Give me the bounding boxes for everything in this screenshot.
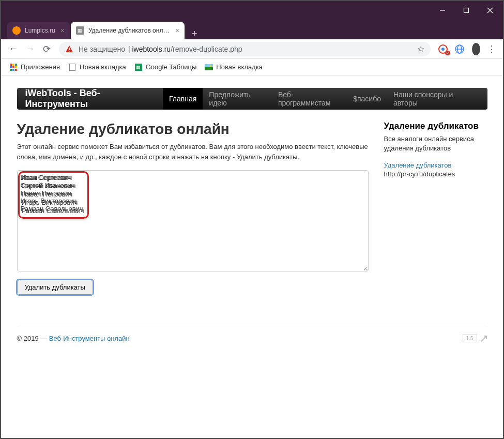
- svg-point-7: [441, 48, 445, 51]
- nav-suggest[interactable]: Предложить идею: [203, 88, 272, 110]
- url-text: | iwebtools.ru/remove-duplicate.php: [126, 45, 242, 53]
- browser-menu-button[interactable]: ⋮: [484, 43, 499, 55]
- tab-close-icon[interactable]: ×: [60, 26, 65, 35]
- back-button[interactable]: ←: [5, 41, 22, 57]
- page-heading: Удаление дубликатов онлайн: [17, 121, 369, 138]
- tab-title: Lumpics.ru: [25, 27, 55, 34]
- sheets-icon: ▦: [134, 63, 143, 71]
- document-icon: [68, 63, 77, 71]
- extension-icon[interactable]: [452, 42, 467, 56]
- bookmark-item[interactable]: ▦ Google Таблицы: [130, 63, 201, 71]
- tab-title: Удаление дубликатов онлайн: [88, 27, 170, 34]
- sidebar-link[interactable]: Удаление дубликатов: [384, 161, 487, 169]
- window-maximize-button[interactable]: [454, 1, 478, 20]
- page-description: Этот онлайн сервис поможет Вам избавитьс…: [17, 142, 369, 162]
- browser-tab-active[interactable]: ▦ Удаление дубликатов онлайн ×: [71, 22, 185, 39]
- tab-favicon: ▦: [76, 26, 84, 35]
- site-navbar: iWebTools - Веб-Инструменты Главная Пред…: [17, 88, 487, 110]
- nav-home[interactable]: Главная: [163, 88, 203, 110]
- svg-rect-4: [69, 48, 70, 50]
- remove-duplicates-button[interactable]: Удалить дубликаты: [17, 280, 93, 295]
- profile-avatar[interactable]: [469, 42, 483, 56]
- window-close-button[interactable]: [478, 1, 502, 20]
- copyright-text: © 2019 —: [17, 335, 49, 342]
- tab-close-icon[interactable]: ×: [175, 26, 179, 35]
- bookmarks-bar: Приложения Новая вкладка ▦ Google Таблиц…: [1, 59, 503, 75]
- sidebar-heading: Удаление дубликатов: [384, 121, 487, 131]
- reload-button[interactable]: ⟳: [38, 41, 55, 57]
- image-icon: [205, 63, 213, 71]
- footer-counter: 1.5: [463, 335, 487, 342]
- bookmark-item[interactable]: Новая вкладка: [201, 63, 267, 71]
- new-tab-button[interactable]: +: [186, 28, 204, 39]
- address-bar[interactable]: Не защищено | iwebtools.ru/remove-duplic…: [59, 42, 431, 56]
- page-footer: © 2019 — Веб-Инструменты онлайн 1.5: [17, 326, 487, 342]
- bookmark-apps[interactable]: Приложения: [5, 63, 64, 71]
- extension-badge: 2: [445, 51, 450, 55]
- duplicates-textarea[interactable]: [17, 170, 369, 271]
- apps-grid-icon: [9, 63, 18, 71]
- bookmark-star-icon[interactable]: ☆: [417, 44, 424, 54]
- page-content: iWebTools - Веб-Инструменты Главная Пред…: [1, 75, 503, 438]
- svg-rect-1: [464, 8, 469, 13]
- forward-button[interactable]: →: [22, 41, 38, 57]
- window-titlebar: [1, 1, 503, 20]
- extension-icon[interactable]: 2: [436, 42, 450, 56]
- security-label: Не защищено: [79, 45, 125, 53]
- sidebar-description: Все аналоги онлайн сервиса удаления дубл…: [384, 134, 487, 153]
- nav-sponsors[interactable]: Наши спонсоры и авторы: [387, 88, 479, 110]
- footer-link[interactable]: Веб-Инструменты онлайн: [49, 335, 130, 342]
- security-warning-icon: [65, 45, 75, 53]
- browser-toolbar: ← → ⟳ Не защищено | iwebtools.ru/remove-…: [1, 39, 503, 59]
- browser-tabstrip: Lumpics.ru × ▦ Удаление дубликатов онлай…: [1, 20, 503, 39]
- window-minimize-button[interactable]: [431, 1, 454, 20]
- nav-thanks[interactable]: $пасибо: [347, 88, 387, 110]
- browser-tab-inactive[interactable]: Lumpics.ru ×: [7, 22, 70, 39]
- bookmark-item[interactable]: Новая вкладка: [64, 63, 130, 71]
- site-brand[interactable]: iWebTools - Веб-Инструменты: [25, 88, 153, 110]
- svg-rect-5: [69, 51, 70, 52]
- nav-devs[interactable]: Веб-программистам: [272, 88, 347, 110]
- tab-favicon: [12, 26, 21, 35]
- sidebar-url: http://pr-cy.ru/duplicates: [384, 170, 487, 178]
